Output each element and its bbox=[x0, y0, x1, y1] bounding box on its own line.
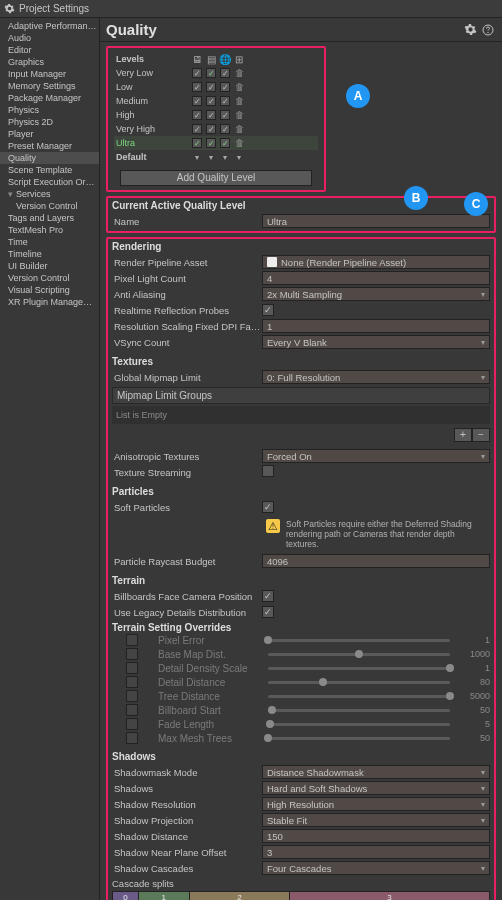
trash-icon[interactable]: 🗑 bbox=[235, 82, 244, 92]
level-platform-checkbox[interactable]: ✓ bbox=[206, 124, 216, 134]
legacy-checkbox[interactable] bbox=[262, 606, 274, 618]
override-checkbox[interactable] bbox=[126, 704, 138, 716]
sidebar-item[interactable]: Adaptive Performance bbox=[0, 20, 99, 32]
sidebar-item[interactable]: Physics bbox=[0, 104, 99, 116]
sidebar-item[interactable]: Package Manager bbox=[0, 92, 99, 104]
level-platform-checkbox[interactable]: ✓ bbox=[206, 96, 216, 106]
override-slider[interactable] bbox=[268, 653, 450, 656]
shadow-proj-dropdown[interactable]: Stable Fit bbox=[262, 813, 490, 827]
vsync-dropdown[interactable]: Every V Blank bbox=[262, 335, 490, 349]
shadow-res-dropdown[interactable]: High Resolution bbox=[262, 797, 490, 811]
levels-row[interactable]: Very Low✓✓✓🗑 bbox=[114, 66, 318, 80]
slider-thumb[interactable] bbox=[319, 678, 327, 686]
slider-thumb[interactable] bbox=[264, 636, 272, 644]
sidebar-item[interactable]: Preset Manager bbox=[0, 140, 99, 152]
sidebar-item[interactable]: Physics 2D bbox=[0, 116, 99, 128]
override-checkbox[interactable] bbox=[126, 648, 138, 660]
settings-icon[interactable] bbox=[462, 22, 478, 38]
level-platform-checkbox[interactable]: ✓ bbox=[192, 110, 202, 120]
level-platform-checkbox[interactable]: ✓ bbox=[220, 124, 230, 134]
render-pipeline-field[interactable]: None (Render Pipeline Asset) bbox=[262, 255, 490, 269]
level-platform-checkbox[interactable]: ✓ bbox=[192, 138, 202, 148]
slider-thumb[interactable] bbox=[264, 734, 272, 742]
list-remove-button[interactable]: − bbox=[472, 428, 490, 442]
sidebar-item[interactable]: Visual Scripting bbox=[0, 284, 99, 296]
slider-thumb[interactable] bbox=[446, 664, 454, 672]
level-platform-checkbox[interactable]: ✓ bbox=[220, 110, 230, 120]
override-checkbox[interactable] bbox=[126, 732, 138, 744]
sidebar-item[interactable]: Scene Template bbox=[0, 164, 99, 176]
cascade-segment[interactable]: 06.7% bbox=[113, 892, 139, 900]
levels-row[interactable]: Low✓✓✓🗑 bbox=[114, 80, 318, 94]
sidebar-item[interactable]: UI Builder bbox=[0, 260, 99, 272]
sidebar-item[interactable]: Graphics bbox=[0, 56, 99, 68]
default-arrow-icon[interactable]: ▾ bbox=[204, 153, 218, 162]
level-platform-checkbox[interactable]: ✓ bbox=[192, 124, 202, 134]
slider-thumb[interactable] bbox=[268, 706, 276, 714]
sidebar-item[interactable]: Editor bbox=[0, 44, 99, 56]
cascade-segment[interactable]: 353.3% bbox=[290, 892, 489, 900]
mipmap-limit-dropdown[interactable]: 0: Full Resolution bbox=[262, 370, 490, 384]
shadow-dist-field[interactable]: 150 bbox=[262, 829, 490, 843]
tex-streaming-checkbox[interactable] bbox=[262, 465, 274, 477]
cascade-splits-bar[interactable]: 06.7%113.3%226.7%353.3% bbox=[112, 891, 490, 900]
levels-row[interactable]: Medium✓✓✓🗑 bbox=[114, 94, 318, 108]
aa-dropdown[interactable]: 2x Multi Sampling bbox=[262, 287, 490, 301]
trash-icon[interactable]: 🗑 bbox=[235, 96, 244, 106]
sidebar-item[interactable]: XR Plugin Management bbox=[0, 296, 99, 308]
level-platform-checkbox[interactable]: ✓ bbox=[220, 138, 230, 148]
level-platform-checkbox[interactable]: ✓ bbox=[206, 82, 216, 92]
sidebar-item[interactable]: Version Control bbox=[0, 200, 99, 212]
override-checkbox[interactable] bbox=[126, 634, 138, 646]
level-platform-checkbox[interactable]: ✓ bbox=[206, 68, 216, 78]
particle-budget-field[interactable]: 4096 bbox=[262, 554, 490, 568]
override-slider[interactable] bbox=[268, 737, 450, 740]
default-arrow-icon[interactable]: ▾ bbox=[232, 153, 246, 162]
shadows-dropdown[interactable]: Hard and Soft Shadows bbox=[262, 781, 490, 795]
default-arrow-icon[interactable]: ▾ bbox=[190, 153, 204, 162]
billboards-checkbox[interactable] bbox=[262, 590, 274, 602]
slider-thumb[interactable] bbox=[266, 720, 274, 728]
level-platform-checkbox[interactable]: ✓ bbox=[220, 96, 230, 106]
override-checkbox[interactable] bbox=[126, 676, 138, 688]
level-platform-checkbox[interactable]: ✓ bbox=[206, 110, 216, 120]
override-slider[interactable] bbox=[268, 667, 450, 670]
sidebar-item[interactable]: Time bbox=[0, 236, 99, 248]
level-platform-checkbox[interactable]: ✓ bbox=[220, 82, 230, 92]
sidebar-item[interactable]: Input Manager bbox=[0, 68, 99, 80]
slider-thumb[interactable] bbox=[446, 692, 454, 700]
pixel-light-field[interactable]: 4 bbox=[262, 271, 490, 285]
level-platform-checkbox[interactable]: ✓ bbox=[192, 96, 202, 106]
level-platform-checkbox[interactable]: ✓ bbox=[206, 138, 216, 148]
level-platform-checkbox[interactable]: ✓ bbox=[220, 68, 230, 78]
override-slider[interactable] bbox=[268, 695, 450, 698]
override-checkbox[interactable] bbox=[126, 690, 138, 702]
override-slider[interactable] bbox=[268, 681, 450, 684]
trash-icon[interactable]: 🗑 bbox=[235, 138, 244, 148]
trash-icon[interactable]: 🗑 bbox=[235, 68, 244, 78]
override-checkbox[interactable] bbox=[126, 662, 138, 674]
cascade-segment[interactable]: 226.7% bbox=[190, 892, 291, 900]
sidebar-item[interactable]: Script Execution Order bbox=[0, 176, 99, 188]
sidebar-item[interactable]: TextMesh Pro bbox=[0, 224, 99, 236]
level-platform-checkbox[interactable]: ✓ bbox=[192, 68, 202, 78]
sidebar-item[interactable]: ▾Services bbox=[0, 188, 99, 200]
level-platform-checkbox[interactable]: ✓ bbox=[192, 82, 202, 92]
sidebar-item[interactable]: Timeline bbox=[0, 248, 99, 260]
sidebar-item[interactable]: Player bbox=[0, 128, 99, 140]
trash-icon[interactable]: 🗑 bbox=[235, 124, 244, 134]
override-checkbox[interactable] bbox=[126, 718, 138, 730]
override-slider[interactable] bbox=[268, 709, 450, 712]
sidebar-item[interactable]: Quality bbox=[0, 152, 99, 164]
add-quality-level-button[interactable]: Add Quality Level bbox=[120, 170, 312, 186]
help-icon[interactable] bbox=[480, 22, 496, 38]
override-slider[interactable] bbox=[268, 639, 450, 642]
override-slider[interactable] bbox=[268, 723, 450, 726]
shadowmask-dropdown[interactable]: Distance Shadowmask bbox=[262, 765, 490, 779]
sidebar-item[interactable]: Memory Settings bbox=[0, 80, 99, 92]
dpi-field[interactable]: 1 bbox=[262, 319, 490, 333]
sidebar-item[interactable]: Tags and Layers bbox=[0, 212, 99, 224]
aniso-dropdown[interactable]: Forced On bbox=[262, 449, 490, 463]
sidebar-item[interactable]: Version Control bbox=[0, 272, 99, 284]
levels-row[interactable]: Very High✓✓✓🗑 bbox=[114, 122, 318, 136]
